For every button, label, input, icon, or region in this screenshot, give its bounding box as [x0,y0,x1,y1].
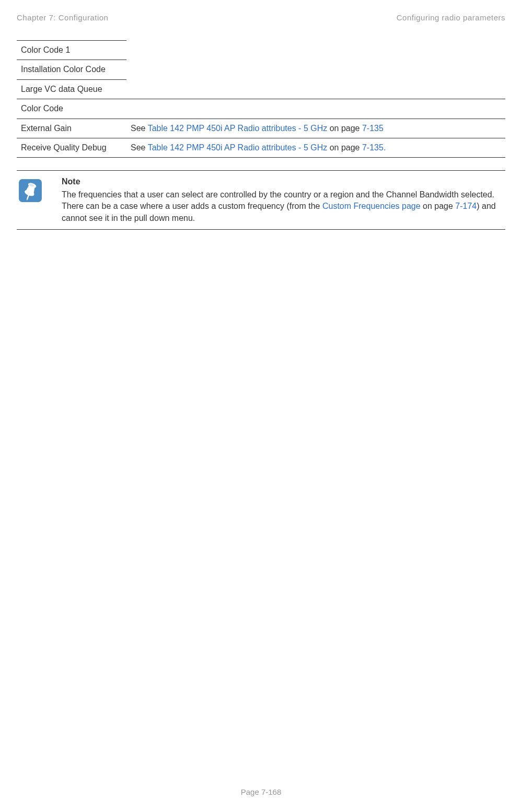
page-xref-link[interactable]: 7-174 [455,202,477,210]
text-mid: on page [330,124,362,133]
attr-value-empty [126,60,505,79]
radio-attributes-table: Color Code 1 Installation Color Code Lar… [17,40,505,158]
table-row: External Gain See Table 142 PMP 450i AP … [17,119,505,138]
note-callout: Note The frequencies that a user can sel… [17,170,505,230]
text-prefix: See [131,143,148,152]
page-xref-link[interactable]: 7-135. [362,143,386,152]
custom-frequencies-link[interactable]: Custom Frequencies page [322,202,421,210]
note-text-mid: on page [421,202,456,210]
attr-name: Color Code 1 [17,41,126,60]
note-icon-cell [17,176,52,204]
attr-value-empty [126,41,505,60]
note-body: The frequencies that a user can select a… [62,189,503,224]
text-prefix: See [131,124,148,133]
table-xref-link[interactable]: Table 142 PMP 450i AP Radio attributes -… [148,124,330,133]
page-number: Page 7-168 [241,787,282,796]
note-pushpin-icon [17,177,44,204]
page-footer: Page 7-168 [0,787,522,796]
header-section: Configuring radio parameters [397,13,505,22]
attr-name: Receive Quality Debug [17,138,126,157]
attr-value: See Table 142 PMP 450i AP Radio attribut… [126,119,505,138]
page-header: Chapter 7: Configuration Configuring rad… [17,13,505,22]
table-row: Large VC data Queue [17,79,505,99]
attr-name: Installation Color Code [17,60,126,79]
table-xref-link[interactable]: Table 142 PMP 450i AP Radio attributes -… [148,143,330,152]
header-chapter: Chapter 7: Configuration [17,13,108,22]
attr-value: See Table 142 PMP 450i AP Radio attribut… [126,138,505,157]
note-text: Note The frequencies that a user can sel… [62,176,503,224]
attr-name: Large VC data Queue [17,79,126,99]
attr-value-empty [126,99,505,119]
table-row: Color Code 1 [17,41,505,60]
attr-name: External Gain [17,119,126,138]
table-row: Receive Quality Debug See Table 142 PMP … [17,138,505,157]
table-row: Color Code [17,99,505,119]
note-heading: Note [62,176,503,187]
table-row: Installation Color Code [17,60,505,79]
page-xref-link[interactable]: 7-135 [362,124,384,133]
attr-name: Color Code [17,99,126,119]
text-mid: on page [330,143,362,152]
attr-value-empty [126,79,505,99]
